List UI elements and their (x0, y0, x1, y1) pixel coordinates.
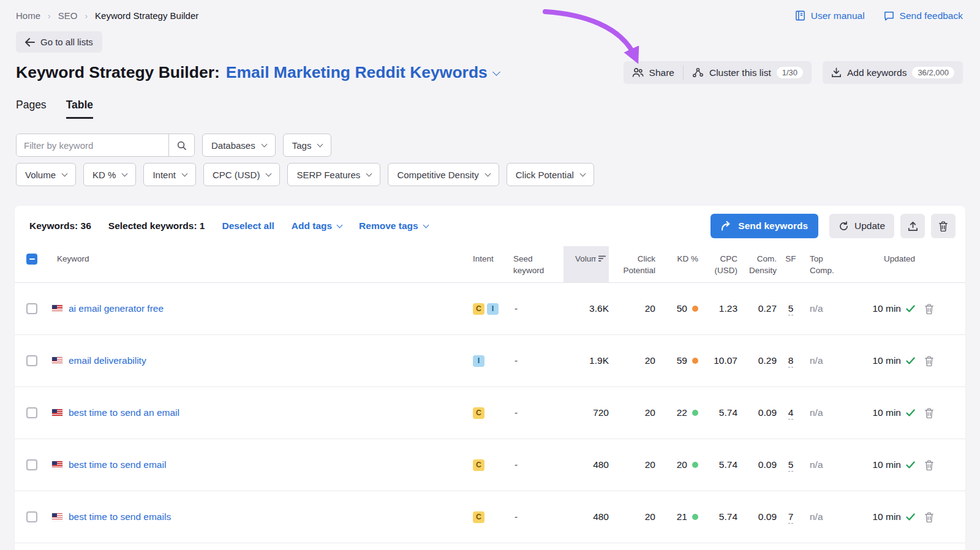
keyword-link[interactable]: best time to send email (69, 459, 166, 470)
top-comp-value: n/a (805, 511, 848, 522)
export-button[interactable] (900, 214, 925, 238)
share-button[interactable]: Share (624, 61, 683, 84)
seed-keyword-value: - (508, 355, 564, 366)
cluster-icon (692, 67, 704, 78)
list-name-dropdown[interactable]: Email Marketing Reddit Keywords (226, 63, 488, 82)
intent-badge-C: C (473, 459, 484, 471)
add-tags-dropdown[interactable]: Add tags (292, 220, 342, 232)
column-top-comp[interactable]: Top Comp. (805, 246, 848, 282)
column-keyword[interactable]: Keyword (49, 246, 468, 282)
chevron-down-icon (484, 170, 491, 176)
keyword-link[interactable]: best time to send an email (69, 407, 179, 418)
share-cluster-group: Share Cluster this list 1/30 (624, 61, 812, 84)
volume-value: 480 (564, 459, 609, 470)
tab-table[interactable]: Table (66, 99, 93, 119)
keyword-link[interactable]: ai email generator free (69, 303, 164, 314)
intent-cell: I (468, 355, 508, 367)
click-potential-value: 20 (609, 407, 655, 418)
import-keywords-icon (831, 67, 842, 78)
column-updated[interactable]: Updated (848, 246, 915, 282)
top-comp-value: n/a (805, 355, 848, 366)
chevron-down-icon (579, 170, 586, 176)
column-kd[interactable]: KD % (655, 246, 698, 282)
update-button[interactable]: Update (829, 214, 894, 238)
chevron-down-icon[interactable] (492, 68, 500, 76)
updated-check-icon (906, 513, 915, 521)
go-to-all-lists-button[interactable]: Go to all lists (16, 31, 102, 53)
click-potential-value: 20 (609, 511, 655, 522)
column-click-potential[interactable]: Click Potential (609, 246, 655, 282)
remove-tags-dropdown[interactable]: Remove tags (359, 220, 428, 232)
kd-filter-dropdown[interactable]: KD % (83, 163, 136, 186)
intent-filter-dropdown[interactable]: Intent (143, 163, 196, 186)
keyword-search-button[interactable] (168, 134, 194, 156)
volume-value: 1.9K (564, 355, 609, 366)
us-flag-icon (52, 409, 62, 416)
sf-value[interactable]: 5 (788, 303, 794, 315)
sf-value[interactable]: 4 (788, 407, 794, 420)
keyword-filter-input[interactable] (17, 134, 168, 156)
cpc-filter-dropdown[interactable]: CPC (USD) (203, 163, 281, 186)
row-checkbox[interactable] (26, 303, 37, 314)
sf-value[interactable]: 5 (788, 459, 794, 472)
keyword-link[interactable]: email deliverability (69, 355, 146, 366)
databases-dropdown[interactable]: Databases (202, 134, 276, 157)
page-title: Keyword Strategy Builder: Email Marketin… (16, 63, 499, 82)
delete-row-button[interactable] (922, 301, 937, 317)
delete-row-button[interactable] (922, 510, 937, 525)
delete-row-button[interactable] (922, 353, 937, 369)
sf-value[interactable]: 8 (788, 355, 794, 367)
column-seed-keyword[interactable]: Seed keyword (508, 246, 564, 282)
chevron-down-icon (317, 141, 323, 147)
competitive-density-filter-dropdown[interactable]: Competitive Density (388, 163, 499, 186)
keyword-link[interactable]: best time to send emails (69, 511, 171, 522)
send-keywords-button[interactable]: Send keywords (710, 214, 818, 238)
kd-value: 50 (677, 303, 687, 314)
breadcrumb-current: Keyword Strategy Builder (95, 10, 198, 21)
row-checkbox[interactable] (26, 407, 37, 418)
click-potential-filter-dropdown[interactable]: Click Potential (507, 163, 594, 186)
add-keywords-button[interactable]: Add keywords 36/2,000 (823, 61, 963, 84)
send-feedback-link[interactable]: Send feedback (883, 10, 963, 21)
updated-value: 10 min (872, 459, 901, 470)
updated-value: 10 min (872, 511, 901, 522)
kd-level-dot (692, 358, 698, 364)
intent-badge-C: C (473, 407, 484, 419)
breadcrumb-seo[interactable]: SEO (58, 10, 78, 21)
intent-cell: C (468, 511, 508, 523)
select-all-checkbox[interactable] (26, 254, 37, 265)
intent-badge-C: C (473, 303, 484, 315)
column-cpc[interactable]: CPC (USD) (698, 246, 737, 282)
top-bar: Home › SEO › Keyword Strategy Builder Us… (0, 0, 980, 21)
top-comp-value: n/a (805, 459, 848, 470)
sf-value[interactable]: 7 (788, 511, 794, 524)
deselect-all-link[interactable]: Deselect all (222, 220, 274, 232)
table-row: ai email generator freeCI-3.6K20501.230.… (15, 283, 965, 335)
delete-selected-button[interactable] (931, 214, 956, 238)
table-row: best time to send emailC-48020205.740.09… (15, 439, 965, 491)
kd-level-dot (692, 306, 698, 312)
updated-check-icon (906, 409, 915, 416)
column-com-density[interactable]: Com. Density (737, 246, 777, 282)
column-sf[interactable]: SF (777, 246, 805, 282)
row-checkbox[interactable] (26, 459, 37, 470)
serp-features-filter-dropdown[interactable]: SERP Features (287, 163, 380, 186)
breadcrumb-home[interactable]: Home (16, 10, 40, 21)
table-row: best time to send an emailC-72020225.740… (15, 387, 965, 439)
delete-row-button[interactable] (922, 458, 937, 473)
user-manual-link[interactable]: User manual (794, 10, 865, 21)
updated-value: 10 min (872, 407, 901, 418)
cluster-this-list-button[interactable]: Cluster this list 1/30 (684, 61, 812, 84)
row-checkbox[interactable] (26, 355, 37, 366)
keyword-filter (16, 134, 195, 157)
delete-row-button[interactable] (922, 405, 937, 421)
column-volume-sorted[interactable]: Volume (564, 246, 609, 282)
tags-dropdown[interactable]: Tags (283, 134, 332, 157)
chevron-down-icon (261, 141, 267, 147)
tab-pages[interactable]: Pages (16, 99, 47, 119)
keywords-count: Keywords: 36 (29, 220, 91, 232)
column-intent[interactable]: Intent (468, 246, 508, 282)
header-actions: Share Cluster this list 1/30 Add keyword… (624, 61, 963, 84)
row-checkbox[interactable] (26, 511, 37, 522)
volume-filter-dropdown[interactable]: Volume (16, 163, 76, 186)
